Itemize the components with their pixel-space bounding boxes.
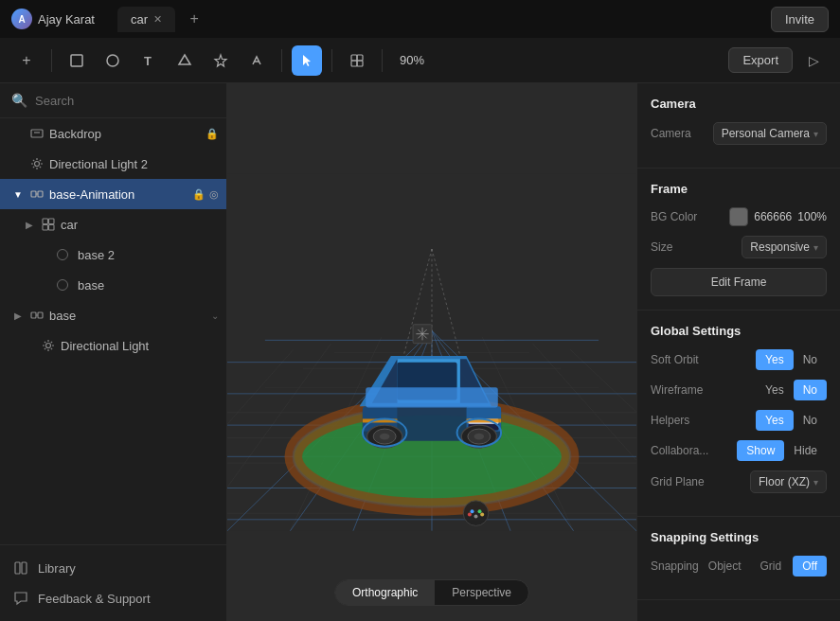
sidebar-item-base-animation[interactable]: ▼ base-Animation 🔒 ◎ — [0, 179, 226, 209]
library-button[interactable]: Library — [0, 553, 226, 583]
wireframe-toggle: Yes No — [756, 380, 827, 400]
svg-text:T: T — [144, 54, 152, 68]
camera-select[interactable]: Personal Camera ▾ — [713, 122, 827, 145]
directional-light-icon — [42, 339, 55, 352]
toolbar-divider-3 — [331, 49, 332, 72]
svg-line-18 — [40, 160, 41, 161]
svg-point-108 — [468, 512, 472, 516]
sidebar-item-base-child[interactable]: base — [0, 270, 226, 300]
add-tool-button[interactable]: + — [11, 45, 42, 76]
svg-rect-23 — [43, 219, 48, 224]
rectangle-tool-button[interactable] — [62, 45, 92, 76]
grid-plane-value: Floor (XZ) — [759, 475, 810, 488]
size-select[interactable]: Responsive ▾ — [742, 236, 827, 258]
svg-rect-26 — [49, 225, 55, 231]
snapping-title: Snapping Settings — [651, 530, 827, 544]
sidebar-item-base-2[interactable]: base 2 — [0, 240, 226, 270]
svg-line-37 — [51, 342, 52, 343]
svg-rect-9 — [31, 130, 43, 137]
play-button[interactable]: ▷ — [798, 45, 829, 76]
toolbar-divider-4 — [382, 49, 383, 72]
sidebar-bottom: Library Feedback & Support — [0, 544, 226, 621]
feedback-label: Feedback & Support — [38, 592, 151, 606]
collabora-show-button[interactable]: Show — [737, 440, 784, 461]
perspective-button[interactable]: Perspective — [435, 580, 528, 605]
svg-rect-21 — [38, 191, 43, 197]
svg-rect-8 — [357, 61, 363, 66]
svg-line-19 — [33, 167, 34, 168]
svg-rect-0 — [71, 55, 82, 66]
active-tab[interactable]: car ✕ — [117, 7, 175, 32]
star-tool-button[interactable] — [206, 45, 236, 76]
snapping-object-button[interactable]: Object — [701, 556, 749, 577]
viewport[interactable]: Orthographic Perspective — [227, 83, 636, 621]
wireframe-yes-button[interactable]: Yes — [756, 380, 794, 400]
snapping-grid-button[interactable]: Grid — [753, 556, 790, 577]
wireframe-no-button[interactable]: No — [794, 380, 827, 400]
circle-icon — [57, 249, 68, 260]
chevron-down-icon: ▾ — [813, 477, 818, 488]
sidebar-item-base-group[interactable]: ▶ base ⌄ — [0, 300, 226, 330]
sidebar-item-base-group-label: base — [49, 309, 206, 323]
edit-frame-button[interactable]: Edit Frame — [651, 268, 827, 296]
pen-tool-button[interactable] — [241, 45, 272, 76]
helpers-no-button[interactable]: No — [794, 410, 827, 431]
select-tool-button[interactable] — [292, 45, 322, 76]
helpers-yes-button[interactable]: Yes — [756, 410, 794, 431]
export-button[interactable]: Export — [728, 47, 793, 73]
svg-point-105 — [471, 509, 474, 513]
backdrop-actions: 🔒 — [206, 128, 219, 140]
svg-rect-20 — [31, 191, 36, 197]
svg-rect-6 — [357, 55, 363, 61]
base-group-actions: ⌄ — [211, 310, 219, 321]
search-input[interactable] — [35, 94, 215, 108]
grid-plane-select[interactable]: Floor (XZ) ▾ — [750, 470, 827, 493]
group-icon — [30, 187, 44, 201]
sidebar-item-backdrop[interactable]: Backdrop 🔒 — [0, 118, 226, 149]
svg-point-104 — [463, 501, 489, 526]
orthographic-button[interactable]: Orthographic — [335, 580, 435, 605]
grid-plane-row: Grid Plane Floor (XZ) ▾ — [651, 470, 827, 493]
circle-tool-button[interactable] — [98, 45, 128, 76]
size-label: Size — [651, 240, 672, 254]
sidebar-item-car-label: car — [61, 218, 219, 232]
polygon-tool-button[interactable] — [170, 45, 200, 76]
search-icon: 🔍 — [11, 93, 27, 108]
svg-point-107 — [474, 514, 478, 518]
chevron-down-icon: ▾ — [813, 129, 818, 139]
expand-icon: ▶ — [23, 218, 36, 231]
size-value: Responsive — [750, 240, 810, 254]
bg-color-opacity: 100% — [797, 210, 827, 223]
sidebar-item-car[interactable]: ▶ car — [0, 209, 226, 240]
global-settings-section: Global Settings Soft Orbit Yes No Wirefr… — [637, 310, 840, 517]
tab-close-icon[interactable]: ✕ — [153, 13, 162, 26]
expand-icon: ▼ — [11, 187, 25, 201]
svg-rect-40 — [22, 562, 27, 574]
svg-point-30 — [46, 344, 51, 348]
new-tab-button[interactable]: + — [183, 8, 206, 30]
main-layout: 🔍 Backdrop 🔒 — [0, 83, 840, 621]
component-tool-button[interactable] — [342, 45, 372, 76]
circle-icon — [57, 279, 68, 291]
bg-color-label: BG Color — [651, 210, 697, 223]
view-toggle: Orthographic Perspective — [334, 579, 529, 606]
sidebar-item-directional-light[interactable]: Directional Light — [0, 330, 226, 361]
user-name: Ajay Karat — [38, 12, 95, 27]
search-bar: 🔍 — [0, 83, 226, 118]
collabora-hide-button[interactable]: Hide — [784, 440, 827, 461]
invite-button[interactable]: Invite — [771, 7, 829, 32]
snapping-settings-section: Snapping Settings Snapping Object Grid O… — [637, 517, 840, 600]
soft-orbit-yes-button[interactable]: Yes — [756, 349, 794, 370]
frame-title: Frame — [651, 182, 827, 196]
bg-color-row: BG Color 666666 100% — [651, 207, 827, 226]
feedback-button[interactable]: Feedback & Support — [0, 583, 226, 613]
svg-line-16 — [33, 160, 34, 161]
svg-rect-5 — [351, 55, 357, 61]
text-tool-button[interactable]: T — [134, 45, 164, 76]
soft-orbit-no-button[interactable]: No — [794, 349, 827, 370]
svg-line-35 — [45, 342, 45, 343]
grid-plane-label: Grid Plane — [651, 475, 705, 488]
sidebar-item-directional-light-2[interactable]: Directional Light 2 — [0, 149, 226, 179]
snapping-off-button[interactable]: Off — [793, 556, 827, 577]
bg-color-swatch[interactable] — [729, 207, 748, 226]
